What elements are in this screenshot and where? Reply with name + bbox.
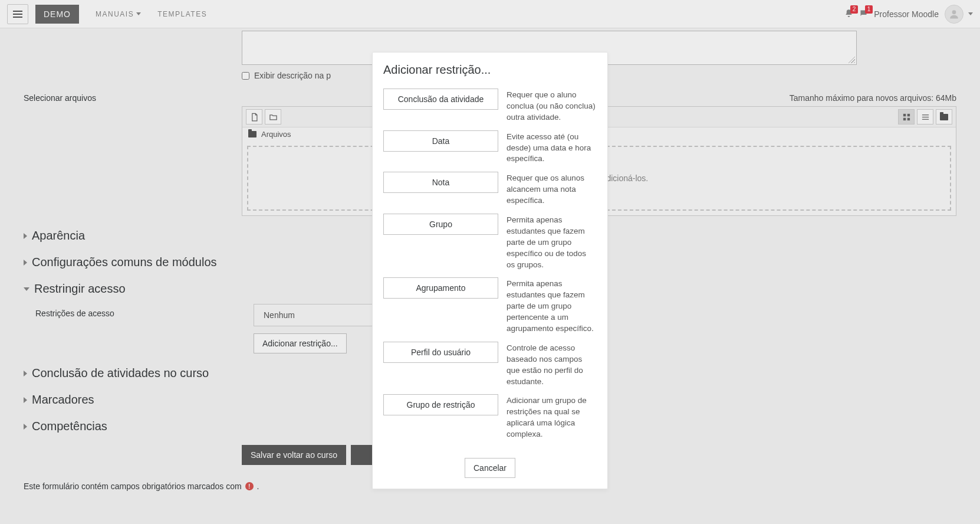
restriction-grouping-desc: Permita apenas estudantes que fazem part… bbox=[507, 277, 597, 334]
restriction-row: Nota Requer que os alunos alcancem uma n… bbox=[383, 168, 597, 210]
modal-title: Adicionar restrição... bbox=[373, 53, 607, 85]
restriction-date-button[interactable]: Data bbox=[383, 130, 498, 152]
modal-backdrop[interactable]: Adicionar restrição... Conclusão da ativ… bbox=[0, 0, 980, 509]
restriction-group-button[interactable]: Grupo bbox=[383, 214, 498, 235]
restriction-userprofile-desc: Controle de acesso baseado nos campos qu… bbox=[507, 342, 597, 388]
restriction-row: Grupo Permita apenas estudantes que faze… bbox=[383, 210, 597, 274]
modal-cancel-button[interactable]: Cancelar bbox=[465, 458, 515, 478]
restriction-restrictiongroup-button[interactable]: Grupo de restrição bbox=[383, 394, 498, 415]
restriction-completion-button[interactable]: Conclusão da atividade bbox=[383, 89, 498, 110]
restriction-row: Agrupamento Permita apenas estudantes qu… bbox=[383, 274, 597, 338]
restriction-row: Conclusão da atividade Requer que o alun… bbox=[383, 85, 597, 127]
restriction-grade-button[interactable]: Nota bbox=[383, 172, 498, 193]
restriction-userprofile-button[interactable]: Perfil do usuário bbox=[383, 342, 498, 363]
add-restriction-modal: Adicionar restrição... Conclusão da ativ… bbox=[372, 52, 608, 489]
restriction-row: Perfil do usuário Controle de acesso bas… bbox=[383, 338, 597, 391]
restriction-date-desc: Evite acesso até (ou desde) uma data e h… bbox=[507, 130, 597, 165]
modal-body: Conclusão da atividade Requer que o alun… bbox=[373, 85, 607, 450]
restriction-row: Grupo de restrição Adicionar um grupo de… bbox=[383, 391, 597, 444]
restriction-completion-desc: Requer que o aluno conclua (ou não concl… bbox=[507, 89, 597, 123]
restriction-grade-desc: Requer que os alunos alcancem uma nota e… bbox=[507, 172, 597, 207]
restriction-group-desc: Permita apenas estudantes que fazem part… bbox=[507, 214, 597, 270]
restriction-grouping-button[interactable]: Agrupamento bbox=[383, 277, 498, 299]
restriction-restrictiongroup-desc: Adicionar um grupo de restrições na qual… bbox=[507, 394, 597, 440]
modal-footer: Cancelar bbox=[373, 450, 607, 489]
restriction-row: Data Evite acesso até (ou desde) uma dat… bbox=[383, 127, 597, 169]
